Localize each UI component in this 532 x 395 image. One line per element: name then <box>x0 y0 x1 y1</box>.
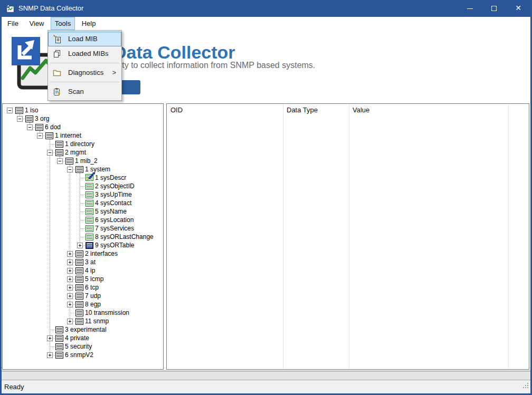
tree-node-6-snmpv2[interactable]: 6 snmpV2 <box>3 351 163 359</box>
maximize-icon <box>491 6 497 11</box>
tree-node-1-iso[interactable]: 1 iso <box>3 106 163 114</box>
tree-node-3-org[interactable]: 3 org <box>3 114 163 123</box>
tree-node-11-snmp[interactable]: 11 snmp <box>3 317 163 325</box>
close-icon: ✕ <box>506 0 530 17</box>
tools-dropdown-menu: Load MIB Loaded MIBs Diagnostics > <box>48 30 122 101</box>
tree-node-label: 6 snmpV2 <box>65 351 93 359</box>
menu-item-scan[interactable]: Scan <box>48 84 121 99</box>
menu-item-diagnostics[interactable]: Diagnostics > <box>48 65 121 80</box>
tree-node-1-system[interactable]: 1 system <box>3 165 163 174</box>
expand-toggle-icon[interactable] <box>67 268 73 274</box>
collapse-toggle-icon[interactable] <box>7 108 13 113</box>
tree-node-7-sysservices[interactable]: 7 sysServices <box>3 224 163 233</box>
minimize-icon <box>467 8 473 9</box>
tree-node-label: 3 org <box>35 114 49 123</box>
tree-node-5-security[interactable]: 5 security <box>3 342 163 351</box>
column-divider[interactable] <box>349 104 349 369</box>
tree-node-8-egp[interactable]: 8 egp <box>3 300 163 309</box>
tree-node-label: 7 udp <box>85 292 101 300</box>
tree-node-label: 3 at <box>85 258 96 266</box>
load-mib-icon <box>53 35 61 43</box>
tree-node-3-sysuptime[interactable]: 3 sysUpTime <box>3 190 163 199</box>
tree-node-1-sysdescr[interactable]: 1 sysDescr <box>3 174 163 182</box>
collapse-toggle-icon[interactable] <box>37 133 43 139</box>
titlebar[interactable]: SNMP Data Collector ✕ <box>0 0 532 17</box>
tree-node-label: 2 mgmt <box>65 148 86 157</box>
tree-node-label: 7 sysServices <box>95 224 134 233</box>
page-subtitle: A utility to collect information from SN… <box>102 61 315 70</box>
tree-node-label: 6 sysLocation <box>95 216 134 224</box>
collapse-toggle-icon[interactable] <box>17 116 23 122</box>
expand-toggle-icon[interactable] <box>67 259 73 265</box>
tree-node-1-internet[interactable]: 1 internet <box>3 131 163 140</box>
tree-node-5-sysname[interactable]: 5 sysName <box>3 207 163 216</box>
progress-strip <box>0 371 532 380</box>
tree-node-3-experimental[interactable]: 3 experimental <box>3 325 163 334</box>
tree-node-1-mib-2[interactable]: 1 mib_2 <box>3 157 163 165</box>
tree-node-1-directory[interactable]: 1 directory <box>3 140 163 148</box>
expand-toggle-icon[interactable] <box>67 251 73 257</box>
expand-toggle-icon[interactable] <box>47 352 53 358</box>
column-divider[interactable] <box>283 104 283 369</box>
menu-item-loaded-mibs[interactable]: Loaded MIBs <box>48 46 121 61</box>
menu-item-label: Scan <box>68 84 84 99</box>
tree-node-7-udp[interactable]: 7 udp <box>3 292 163 300</box>
tree-node-6-syslocation[interactable]: 6 sysLocation <box>3 216 163 224</box>
tree-node-6-tcp[interactable]: 6 tcp <box>3 283 163 292</box>
resize-grip[interactable] <box>522 382 529 391</box>
menu-item-label: Loaded MIBs <box>68 46 109 61</box>
close-button[interactable]: ✕ <box>506 0 530 17</box>
tree-node-label: 4 private <box>65 334 89 342</box>
menu-file[interactable]: File <box>3 17 23 30</box>
expand-toggle-icon[interactable] <box>67 302 73 307</box>
tree-node-4-syscontact[interactable]: 4 sysContact <box>3 199 163 207</box>
menu-help[interactable]: Help <box>78 17 100 30</box>
maximize-button[interactable] <box>482 0 506 17</box>
tree-node-label: 3 sysUpTime <box>95 190 132 199</box>
tree-node-8-sysorlastchange[interactable]: 8 sysORLastChange <box>3 233 163 241</box>
column-header-data-type[interactable]: Data Type <box>287 104 349 116</box>
tree-node-label: 5 sysName <box>95 207 127 216</box>
tree-node-label: 8 sysORLastChange <box>95 233 154 241</box>
expand-toggle-icon[interactable] <box>47 335 53 341</box>
window-border <box>0 0 2 395</box>
tree-node-2-mgmt[interactable]: 2 mgmt <box>3 148 163 157</box>
tree-node-label: 5 icmp <box>85 275 103 283</box>
tree-node-label: 1 directory <box>65 140 94 148</box>
expand-toggle-icon[interactable] <box>67 319 73 324</box>
diagnostics-folder-icon <box>53 69 61 77</box>
expand-toggle-icon[interactable] <box>67 285 73 291</box>
menu-item-load-mib[interactable]: Load MIB <box>48 32 121 46</box>
tree-node-label: 3 experimental <box>65 325 107 334</box>
tree-node-label: 1 mib_2 <box>75 157 98 165</box>
tree-node-6-dod[interactable]: 6 dod <box>3 123 163 131</box>
menu-tools[interactable]: Tools <box>51 17 75 30</box>
column-divider[interactable] <box>508 104 509 369</box>
expand-toggle-icon[interactable] <box>77 243 83 248</box>
tree-node-4-private[interactable]: 4 private <box>3 334 163 342</box>
tree-node-9-sysortable[interactable]: 9 sysORTable <box>3 241 163 249</box>
expand-toggle-icon[interactable] <box>67 293 73 299</box>
table-green-edit-icon <box>86 172 96 183</box>
tree-node-label: 1 iso <box>25 106 38 114</box>
collapse-toggle-icon[interactable] <box>47 150 53 156</box>
tree-node-2-sysobjectid[interactable]: 2 sysObjectID <box>3 182 163 190</box>
menu-separator <box>48 61 121 65</box>
column-header-value[interactable]: Value <box>353 104 508 116</box>
tree-node-4-ip[interactable]: 4 ip <box>3 266 163 275</box>
menu-view[interactable]: View <box>25 17 48 30</box>
collapse-toggle-icon[interactable] <box>67 167 73 172</box>
tree-node-3-at[interactable]: 3 at <box>3 258 163 266</box>
column-header-oid[interactable]: OID <box>170 104 283 116</box>
tree-node-2-interfaces[interactable]: 2 interfaces <box>3 249 163 258</box>
collapse-toggle-icon[interactable] <box>57 158 63 164</box>
minimize-button[interactable] <box>458 0 482 17</box>
tree-node-10-transmission[interactable]: 10 transmission <box>3 309 163 317</box>
oid-list: OIDData TypeValue <box>166 103 529 370</box>
menu-bar: File View Tools Help <box>0 17 532 30</box>
tree-node-5-icmp[interactable]: 5 icmp <box>3 275 163 283</box>
expand-toggle-icon[interactable] <box>67 276 73 282</box>
table-black-icon <box>55 351 63 361</box>
collapse-toggle-icon[interactable] <box>27 124 33 130</box>
menu-item-label: Diagnostics <box>68 65 103 80</box>
